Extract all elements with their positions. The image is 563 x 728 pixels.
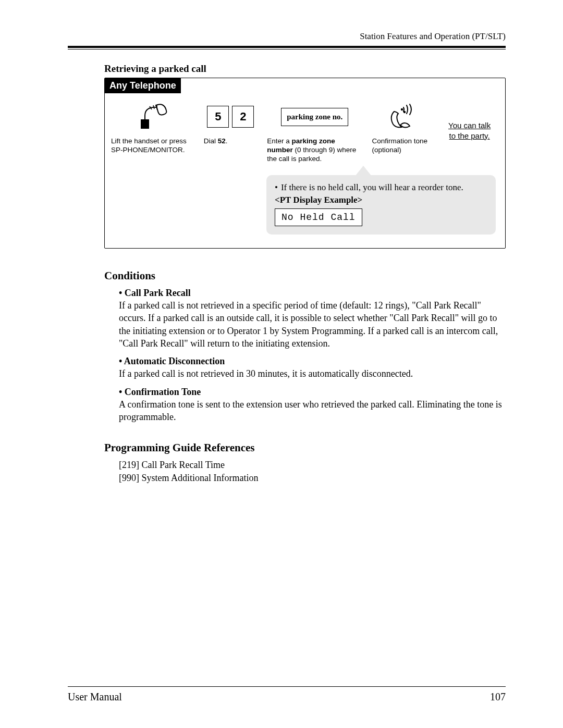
- page-root: Station Features and Operation (PT/SLT) …: [0, 0, 563, 728]
- zone-box: parking zone no.: [281, 108, 348, 126]
- diagram-tab: Any Telephone: [105, 78, 181, 93]
- step-result: You can talk to the party.: [440, 100, 499, 141]
- svg-point-0: [401, 109, 402, 110]
- condition-item: Automatic Disconnection If a parked call…: [119, 355, 506, 380]
- references-list: [219] Call Park Recall Time [990] System…: [119, 459, 506, 485]
- procedure-steps-row: Lift the handset or press SP-PHONE/MONIT…: [105, 93, 505, 164]
- callout-line: If there is no held call, you will hear …: [281, 182, 463, 193]
- page-footer: User Manual 107: [68, 686, 506, 703]
- condition-item: Confirmation Tone A confirmation tone is…: [119, 386, 506, 424]
- page-number: 107: [490, 691, 506, 703]
- footer-left: User Manual: [68, 691, 122, 703]
- step-zone: parking zone no. Enter a parking zone nu…: [267, 100, 362, 164]
- step-lift-caption: Lift the handset or press SP-PHONE/MONIT…: [111, 137, 194, 155]
- callout-pointer: [355, 166, 372, 176]
- pt-display-label: <PT Display Example>: [275, 195, 487, 205]
- callout-box: •If there is no held call, you will hear…: [266, 175, 496, 235]
- running-header: Station Features and Operation (PT/SLT): [68, 31, 506, 42]
- svg-point-1: [404, 112, 405, 113]
- condition-item: Call Park Recall If a parked call is not…: [119, 287, 506, 350]
- procedure-title: Retrieving a parked call: [104, 63, 506, 75]
- key-2: 2: [232, 106, 254, 128]
- footer-rule: [68, 686, 506, 687]
- rule-thin: [68, 49, 506, 50]
- step-zone-caption: Enter a parking zone number (0 through 9…: [267, 137, 362, 164]
- step-lift: Lift the handset or press SP-PHONE/MONIT…: [111, 100, 194, 155]
- procedure-diagram: Any Telephone Lift the handset or press: [104, 78, 506, 249]
- references-heading: Programming Guide References: [104, 441, 506, 454]
- lcd-display: No Held Call: [275, 208, 362, 226]
- conditions-heading: Conditions: [104, 269, 506, 282]
- tone-handset-icon: [387, 102, 416, 131]
- rule-thick: [68, 46, 506, 48]
- reference-item: [990] System Additional Information: [119, 472, 506, 485]
- offhook-icon: [137, 102, 168, 131]
- result-text: You can talk to the party.: [448, 120, 491, 141]
- step-confirm-caption: Confirmation tone (optional): [372, 137, 431, 155]
- step-dial: 5 2 Dial 52.: [204, 100, 258, 146]
- conditions-list: Call Park Recall If a parked call is not…: [119, 287, 506, 424]
- reference-item: [219] Call Park Recall Time: [119, 459, 506, 472]
- step-confirm: Confirmation tone (optional): [372, 100, 431, 155]
- key-5: 5: [207, 106, 229, 128]
- step-dial-caption: Dial 52.: [204, 137, 258, 146]
- content-block: Retrieving a parked call Any Telephone: [104, 63, 506, 485]
